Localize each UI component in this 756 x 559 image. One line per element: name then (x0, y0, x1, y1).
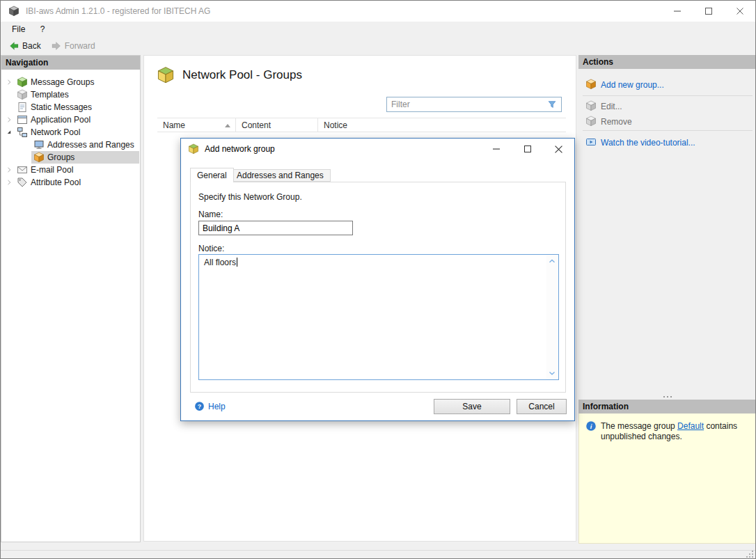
remove-link[interactable]: Remove (578, 114, 756, 129)
email-pool-icon (17, 164, 28, 175)
navigation-panel: Navigation Message Groups Templates Stat… (1, 55, 141, 542)
column-label: Name (163, 120, 185, 130)
information-message: The message group Default contains unpub… (601, 421, 751, 442)
tree-item-static-messages[interactable]: Static Messages (1, 101, 140, 113)
actions-panel: Actions Add new group... Edit... Remove … (578, 55, 756, 400)
menu-help[interactable]: ? (34, 22, 52, 37)
add-new-group-link[interactable]: Add new group... (578, 77, 756, 93)
edit-link[interactable]: Edit... (578, 99, 756, 114)
cancel-button[interactable]: Cancel (517, 399, 567, 414)
network-group-page-icon (157, 66, 175, 84)
scroll-down-icon[interactable] (546, 368, 558, 379)
tree-item-groups[interactable]: Groups (1, 151, 140, 164)
back-label: Back (22, 41, 41, 51)
notice-textarea[interactable]: All floors (198, 254, 559, 380)
dialog-close-button[interactable] (543, 139, 574, 159)
add-network-group-dialog: Add network group General Addresses and … (180, 138, 575, 421)
divider (583, 95, 753, 96)
actions-header: Actions (578, 55, 756, 69)
status-bar (1, 550, 755, 559)
templates-icon (17, 89, 28, 100)
video-tutorial-icon (585, 136, 597, 148)
back-button[interactable]: Back (3, 39, 46, 53)
menubar: File ? (1, 22, 755, 37)
tree-item-addresses-and-ranges[interactable]: Addresses and Ranges (1, 139, 140, 151)
sort-asc-icon (225, 124, 230, 127)
minimize-icon (674, 8, 681, 15)
navigation-header: Navigation (1, 56, 140, 70)
message-groups-icon (17, 77, 28, 88)
notice-text: All floors (204, 258, 236, 267)
minimize-button[interactable] (661, 1, 693, 22)
info-icon (585, 420, 597, 432)
action-label: Edit... (601, 102, 622, 111)
tree-item-email-pool[interactable]: E-mail Pool (1, 164, 140, 176)
help-link[interactable]: Help (194, 401, 226, 411)
notice-scrollbar[interactable] (546, 255, 558, 379)
tab-addresses-and-ranges[interactable]: Addresses and Ranges (230, 169, 331, 182)
text-caret (237, 258, 237, 267)
dialog-minimize-button[interactable] (480, 139, 512, 159)
tree-item-label: Network Pool (31, 127, 80, 137)
remove-icon (585, 116, 597, 127)
app-window: IBI-aws Admin 1.21.0 - registered for IB… (0, 0, 756, 559)
help-icon (194, 401, 205, 411)
column-header-content[interactable]: Content (236, 118, 318, 132)
column-header-name[interactable]: Name (157, 118, 236, 132)
toolbar: Back Forward (1, 37, 755, 55)
menu-file[interactable]: File (6, 22, 31, 37)
page-title: Network Pool - Groups (182, 68, 302, 82)
maximize-icon (705, 8, 712, 15)
watch-tutorial-link[interactable]: Watch the video-tutorial... (578, 135, 756, 150)
filter-box (386, 97, 562, 112)
tree-item-label: Attribute Pool (31, 178, 81, 187)
dialog-content-box: Specify this Network Group. Name: Notice… (190, 182, 566, 393)
tree-item-label: Message Groups (31, 77, 94, 87)
information-panel: Information The message group Default co… (578, 400, 756, 544)
filter-button[interactable] (542, 97, 561, 111)
information-header: Information (578, 400, 756, 414)
save-button[interactable]: Save (434, 399, 510, 414)
tab-general[interactable]: General (190, 168, 234, 182)
chevron-down-icon[interactable] (5, 128, 13, 136)
name-input[interactable] (198, 221, 353, 235)
tree-item-label: Static Messages (31, 102, 92, 112)
message-prefix: The message group (601, 421, 677, 431)
tree-item-attribute-pool[interactable]: Attribute Pool (1, 176, 140, 189)
static-messages-icon (17, 102, 28, 113)
table-header: Name Content Notice (157, 118, 566, 132)
dialog-maximize-button[interactable] (512, 139, 543, 159)
close-button[interactable] (724, 1, 755, 22)
groups-icon (33, 152, 45, 163)
chevron-right-icon[interactable] (5, 178, 13, 187)
close-icon (555, 145, 562, 153)
attribute-pool-icon (17, 177, 28, 188)
action-label: Add new group... (601, 80, 664, 90)
back-icon (8, 40, 19, 52)
filter-input[interactable] (387, 97, 542, 111)
chevron-right-icon[interactable] (5, 166, 13, 174)
dialog-title: Add network group (205, 144, 275, 154)
divider (583, 130, 753, 131)
column-header-notice[interactable]: Notice (318, 118, 566, 132)
action-label: Watch the video-tutorial... (601, 138, 695, 148)
action-label: Remove (601, 117, 632, 127)
dialog-icon (188, 143, 199, 155)
tree-item-application-pool[interactable]: Application Pool (1, 113, 140, 126)
tree-item-templates[interactable]: Templates (1, 88, 140, 101)
dialog-controls (480, 139, 574, 159)
help-label: Help (208, 402, 226, 411)
maximize-button[interactable] (693, 1, 724, 22)
panel-splitter[interactable] (578, 396, 756, 397)
tree-item-message-groups[interactable]: Message Groups (1, 76, 140, 88)
resize-grip-icon[interactable] (746, 550, 754, 558)
tree-item-network-pool[interactable]: Network Pool (1, 126, 140, 139)
chevron-right-icon[interactable] (5, 116, 13, 124)
scroll-up-icon[interactable] (546, 255, 558, 267)
default-group-link[interactable]: Default (677, 421, 704, 431)
maximize-icon (524, 145, 531, 152)
chevron-right-icon[interactable] (5, 78, 13, 86)
forward-button[interactable]: Forward (46, 39, 100, 53)
dialog-titlebar: Add network group (181, 139, 574, 159)
tree-item-label: Application Pool (31, 115, 90, 125)
